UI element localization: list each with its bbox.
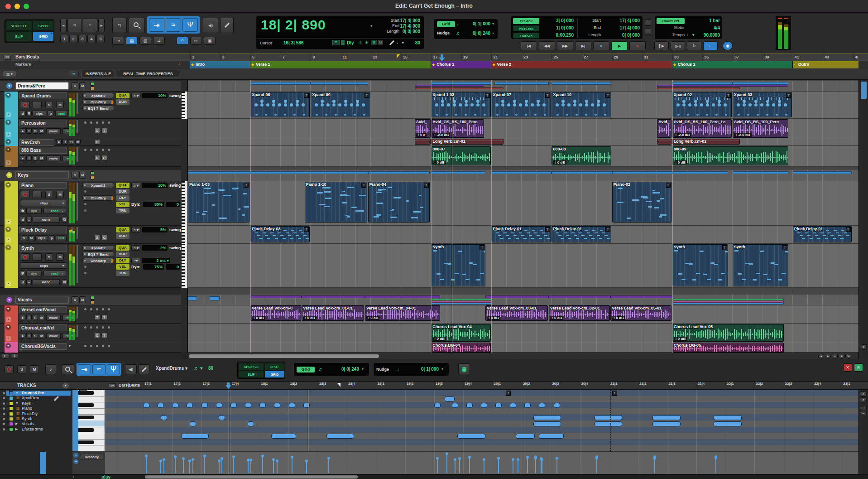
- velocity-stem[interactable]: [273, 459, 274, 473]
- fast-forward-button[interactable]: ▶▶: [557, 41, 573, 50]
- rtp-trn-chip[interactable]: TRN: [116, 208, 129, 213]
- input-monitor-button[interactable]: I: [62, 139, 68, 145]
- memory-location-flag[interactable]: [397, 54, 400, 58]
- record-arm-button[interactable]: ●: [20, 155, 25, 161]
- edit-mode-slip-button[interactable]: SLIP: [6, 32, 32, 41]
- send-badge-C[interactable]: C: [94, 333, 100, 338]
- track-view-selector[interactable]: clips▼: [21, 262, 67, 269]
- velocity-stem[interactable]: [446, 453, 447, 473]
- group-collapse-icon[interactable]: ▼: [6, 172, 12, 178]
- editor-smart-tool-group[interactable]: ⇥≈Ψ: [76, 363, 121, 376]
- rtp-dur-chip[interactable]: DUR: [116, 189, 129, 194]
- group-m-button[interactable]: M: [79, 296, 86, 303]
- rtp-qua-chip[interactable]: QUA: [116, 183, 129, 188]
- midi-note[interactable]: [219, 415, 225, 420]
- pencil-tool-button[interactable]: [220, 18, 234, 33]
- insert-slot-dot[interactable]: [108, 326, 110, 329]
- insert-xpand-2[interactable]: Xpand!2: [82, 245, 114, 251]
- clip-piano-1-03[interactable]: Piano 1-03T: [188, 182, 249, 223]
- editor-track-synth[interactable]: ▥Synth: [0, 416, 72, 421]
- grid-mode-dropdown-icon[interactable]: ▼: [50, 32, 53, 35]
- add-lane-button[interactable]: +: [73, 459, 78, 464]
- velocity-stem[interactable]: [527, 457, 528, 473]
- track-tools-icon[interactable]: ◔: [6, 112, 11, 117]
- count-off-value[interactable]: 1 bar: [693, 18, 720, 23]
- online-button[interactable]: [645, 19, 651, 26]
- velocity-stem[interactable]: [277, 460, 278, 473]
- group-collapse-icon[interactable]: ▼: [6, 83, 12, 89]
- velocity-stem[interactable]: [160, 460, 161, 473]
- go-to-end-button[interactable]: ▶|: [575, 41, 591, 50]
- stop-button[interactable]: ■: [593, 41, 609, 50]
- rtp-value[interactable]: 5%: [142, 227, 168, 232]
- midi-note[interactable]: [271, 434, 296, 439]
- editor-track-xpnddrm[interactable]: ▥XpndDrm: [0, 396, 72, 401]
- track-tools-icon[interactable]: ◔: [6, 237, 11, 242]
- rewind-button[interactable]: ◀◀: [539, 41, 555, 50]
- velocity-selector[interactable]: velocity: [80, 454, 104, 460]
- selection-end-value[interactable]: 17| 4| 000: [392, 24, 420, 29]
- midi-note[interactable]: [172, 403, 178, 408]
- track-collapse-icon[interactable]: ▼: [5, 92, 11, 98]
- transport-start-value[interactable]: 17| 4| 000: [603, 18, 640, 23]
- clip-gain-badge[interactable]: ↕ 0 dB: [550, 316, 564, 320]
- rtp-qua-chip[interactable]: QUA: [116, 227, 129, 232]
- mute-button[interactable]: M: [39, 315, 44, 320]
- velocity-stem[interactable]: [542, 459, 542, 473]
- insert-slot-dot[interactable]: [108, 308, 110, 310]
- track-view-selector[interactable]: wave: [46, 315, 61, 321]
- track-collapse-icon[interactable]: ▼: [5, 324, 11, 330]
- track-tools-icon[interactable]: ◔: [6, 317, 11, 322]
- editor-trim-tool[interactable]: ⇥: [78, 364, 91, 374]
- automation-read-selector[interactable]: read▼: [43, 208, 66, 214]
- velocity-stem[interactable]: [146, 455, 147, 473]
- mute-button[interactable]: M: [56, 253, 64, 261]
- markers-ruler[interactable]: Markers+◆Intro◆Verse 1◆Chorus 1◆Verse 2◆…: [0, 61, 868, 68]
- group-assign-selector[interactable]: none: [33, 279, 60, 285]
- group-s-button[interactable]: S: [72, 296, 78, 303]
- insert-slot-dot[interactable]: [84, 326, 86, 329]
- editor-track-efectsrtrns[interactable]: ▶EfectsRtrns: [0, 427, 72, 432]
- velocity-cap[interactable]: [272, 458, 275, 461]
- solo-button[interactable]: S: [33, 333, 38, 339]
- track-collapse-icon[interactable]: ▼: [5, 147, 11, 152]
- rtp-note-button[interactable]: ♬▾: [131, 183, 140, 188]
- add-marker-button[interactable]: +: [178, 62, 181, 67]
- keyboard-view-button[interactable]: ▦: [458, 363, 470, 374]
- editor-grid-note-icon[interactable]: ♬: [318, 366, 323, 372]
- meter-value[interactable]: 4/4: [693, 25, 720, 30]
- editor-track-vocals[interactable]: ▶Vocals: [0, 421, 72, 426]
- notation-view-button[interactable]: ♪: [45, 364, 56, 374]
- velocity-cap[interactable]: [595, 457, 598, 460]
- midi-note[interactable]: [303, 403, 310, 408]
- clip-808-07[interactable]: 808-07↕ 0 dB: [431, 146, 490, 165]
- midi-note[interactable]: [595, 421, 622, 426]
- rtp-vel-chip[interactable]: VEL: [116, 202, 129, 207]
- clip-gain-badge[interactable]: ↕ 0 dB: [487, 316, 500, 320]
- midi-note[interactable]: [533, 415, 561, 420]
- rtp-note-button[interactable]: ♬▾: [131, 245, 140, 251]
- track-name-percussion[interactable]: Percussion: [19, 120, 67, 126]
- input-monitor-button[interactable]: I: [26, 333, 32, 339]
- record-arm-button[interactable]: ●: [56, 139, 62, 145]
- counter-dropdown-icon[interactable]: ▾: [370, 24, 373, 28]
- velocity-cap[interactable]: [305, 460, 308, 462]
- insert-slot-dot[interactable]: [84, 209, 86, 212]
- midi-note[interactable]: [181, 434, 209, 439]
- midi-note[interactable]: [457, 434, 485, 439]
- trim-tool-button[interactable]: ⇆: [112, 18, 127, 33]
- rtp-dly-chip[interactable]: DLY: [116, 258, 129, 263]
- clip-gain-badge[interactable]: ↕ 0 dB: [252, 316, 265, 320]
- clip-t-badge[interactable]: T: [846, 227, 851, 232]
- send-badge-C[interactable]: C: [101, 235, 107, 240]
- clip-xpand-1-03[interactable]: Xpand 1-03T: [431, 92, 490, 117]
- vscroll-thumb[interactable]: [861, 82, 867, 99]
- clip-xpand-09[interactable]: Xpand-09T: [311, 92, 370, 117]
- midi-note[interactable]: [187, 403, 193, 408]
- velocity-cap[interactable]: [232, 455, 235, 458]
- pre-roll-value[interactable]: 3| 0| 000: [541, 18, 574, 23]
- velocity-stem[interactable]: [513, 459, 513, 473]
- clip-t-badge[interactable]: T: [424, 183, 429, 188]
- note-color-button[interactable]: [79, 390, 87, 392]
- midi-note[interactable]: [326, 434, 354, 439]
